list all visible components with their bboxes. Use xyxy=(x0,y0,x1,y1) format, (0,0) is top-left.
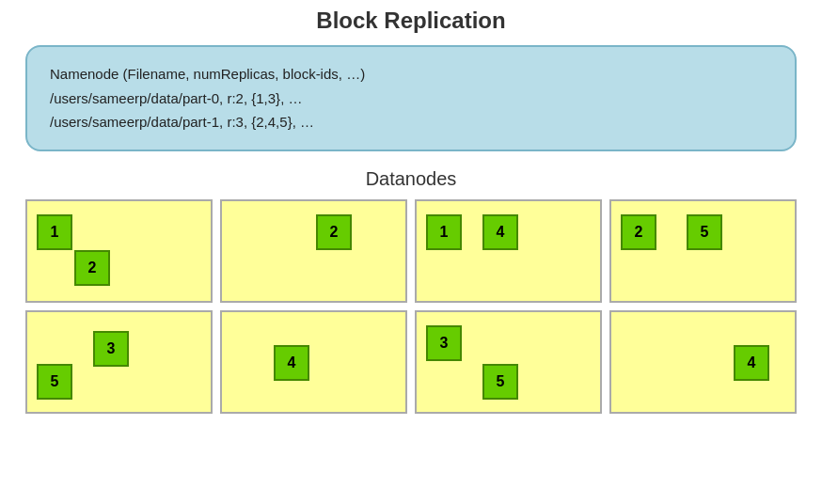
page: Block Replication Namenode (Filename, nu… xyxy=(0,0,822,504)
block-1-cell-2-0: 1 xyxy=(426,214,462,250)
datanode-cell-1: 2 xyxy=(220,199,407,303)
block-5-cell-6-1: 5 xyxy=(482,364,518,400)
datanode-cell-4: 53 xyxy=(25,310,213,414)
datanode-cell-3: 25 xyxy=(609,199,797,303)
block-2-cell-3-0: 2 xyxy=(621,214,656,250)
block-2-cell-0-1: 2 xyxy=(74,250,110,286)
namenode-line-3: /users/sameerp/data/part-1, r:3, {2,4,5}… xyxy=(50,110,772,134)
datanode-cell-0: 12 xyxy=(25,199,213,303)
datanode-grid: 1221425534354 xyxy=(25,199,797,414)
block-3-cell-6-0: 3 xyxy=(426,325,462,361)
datanode-cell-5: 4 xyxy=(220,310,407,414)
datanode-cell-2: 14 xyxy=(415,199,602,303)
block-5-cell-3-1: 5 xyxy=(687,214,722,250)
namenode-line-1: Namenode (Filename, numReplicas, block-i… xyxy=(50,62,772,87)
datanode-cell-7: 4 xyxy=(609,310,797,414)
namenode-box: Namenode (Filename, numReplicas, block-i… xyxy=(25,45,797,151)
block-4-cell-7-0: 4 xyxy=(734,345,769,381)
block-4-cell-2-1: 4 xyxy=(482,214,518,250)
block-4-cell-5-0: 4 xyxy=(274,345,309,381)
datanode-cell-6: 35 xyxy=(415,310,602,414)
block-3-cell-4-1: 3 xyxy=(93,331,129,367)
block-2-cell-1-0: 2 xyxy=(316,214,352,250)
namenode-line-2: /users/sameerp/data/part-0, r:2, {1,3}, … xyxy=(50,87,772,111)
block-1-cell-0-0: 1 xyxy=(37,214,72,250)
block-5-cell-4-0: 5 xyxy=(37,364,72,400)
page-title: Block Replication xyxy=(316,8,505,34)
datanodes-label: Datanodes xyxy=(366,168,457,190)
